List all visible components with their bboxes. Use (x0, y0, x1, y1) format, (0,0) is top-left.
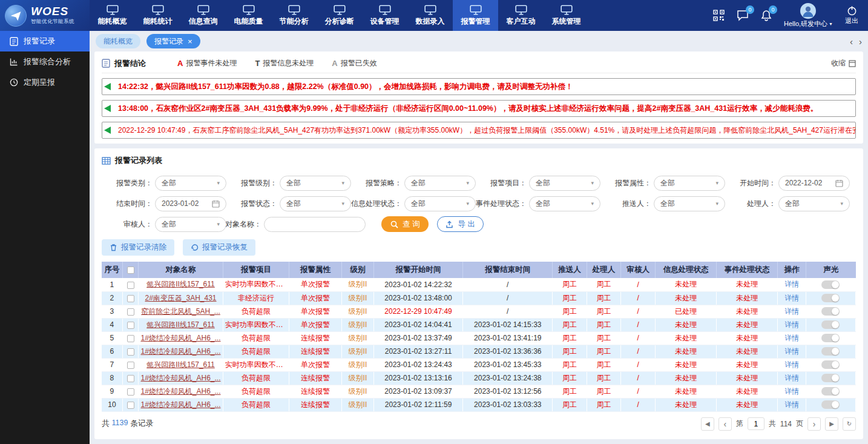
refresh-button[interactable]: ↻ (843, 417, 856, 431)
detail-link[interactable]: 详情 (784, 320, 799, 329)
object-name-input[interactable] (264, 217, 366, 232)
legend-item-0[interactable]: A报警事件未处理 (177, 58, 237, 68)
nav-item-equipment-mgmt[interactable]: 设备管理 (362, 0, 407, 31)
filter-alarm-level-select[interactable]: 全部▾ (280, 176, 351, 191)
sound-light-toggle[interactable] (821, 320, 840, 329)
sidebar-item-alarm-records[interactable]: 报警记录 (0, 31, 90, 51)
filter-pusher-select[interactable]: 全部▾ (654, 196, 725, 211)
detail-link[interactable]: 详情 (784, 334, 799, 342)
logout-button[interactable]: 退出 (845, 5, 858, 25)
filter-alarm-category-select[interactable]: 全部▾ (155, 176, 226, 191)
object-name-link[interactable]: 1#烧结冷却风机_AH6_... (140, 400, 220, 409)
analysis-diagnosis-icon (334, 5, 346, 15)
qr-code-icon[interactable] (713, 10, 725, 21)
detail-link[interactable]: 详情 (784, 280, 799, 288)
nav-item-system-mgmt[interactable]: 系统管理 (544, 0, 589, 31)
object-name-link[interactable]: 1#烧结冷却风机_AH6_... (140, 347, 220, 356)
detail-link[interactable]: 详情 (784, 294, 799, 302)
filter-end-time-date[interactable]: 2023-01-02 (155, 196, 226, 211)
legend-item-2[interactable]: A报警已失效 (332, 58, 376, 68)
nav-item-alarm-mgmt[interactable]: 报警管理 (453, 0, 498, 31)
sound-light-toggle[interactable] (821, 334, 840, 342)
nav-item-energy-stats[interactable]: 能耗统计 (135, 0, 180, 31)
sidebar-item-periodic-report[interactable]: 定期呈报 (0, 72, 90, 93)
collapse-button[interactable]: 收缩 (831, 58, 856, 68)
sidebar-item-alarm-comprehensive-analysis[interactable]: 报警综合分析 (0, 51, 90, 72)
event-state-cell: 未处理 (717, 305, 778, 318)
clear-records-button[interactable]: 报警记录清除 (102, 239, 174, 256)
last-page-button[interactable]: ▶ (825, 417, 838, 431)
detail-link[interactable]: 详情 (784, 374, 799, 382)
filter-start-time-date[interactable]: 2022-12-02 (778, 176, 850, 191)
tab-next-button[interactable]: › (859, 37, 862, 46)
restore-records-button[interactable]: 报警记录恢复 (183, 239, 255, 256)
object-name-link[interactable]: 懿兴回路II线157_611 (146, 360, 215, 369)
row-checkbox[interactable] (127, 322, 134, 329)
page-input[interactable] (748, 417, 764, 430)
nav-item-power-quality[interactable]: 电能质量 (226, 0, 271, 31)
export-button[interactable]: 导 出 (437, 216, 483, 232)
sound-light-toggle[interactable] (821, 400, 840, 409)
detail-link[interactable]: 详情 (784, 347, 799, 356)
table-footer: 共 1139 条记录 ◀ ‹ 第 共 114 页 › ▶ ↻ (102, 417, 856, 431)
object-name-link[interactable]: 1#烧结冷却风机_AH6_... (140, 374, 220, 382)
filter-info-process-state-select[interactable]: 全部▾ (404, 196, 476, 211)
sound-light-cell (806, 398, 855, 411)
sound-light-toggle[interactable] (821, 347, 840, 356)
legend-item-1[interactable]: T报警信息未处理 (255, 58, 314, 68)
row-checkbox[interactable] (127, 282, 134, 289)
sound-light-toggle[interactable] (821, 387, 840, 396)
filter-reviewer-select[interactable]: 全部 ▾ (155, 217, 226, 232)
nav-item-customer-interaction[interactable]: 客户互动 (498, 0, 544, 31)
row-checkbox[interactable] (127, 362, 134, 369)
search-button[interactable]: 查 询 (381, 216, 429, 232)
tab-prev-button[interactable]: ‹ (850, 37, 853, 46)
nav-item-energy-overview[interactable]: 能耗概览 (90, 0, 135, 31)
tab-close-icon[interactable]: × (188, 38, 192, 45)
prev-page-button[interactable]: ‹ (718, 417, 732, 431)
object-name-link[interactable]: 窑前除尘北风机_5AH_... (141, 307, 220, 316)
messages-button[interactable]: 0 (737, 10, 749, 21)
nav-item-data-entry[interactable]: 数据录入 (407, 0, 453, 31)
detail-link[interactable]: 详情 (784, 360, 799, 369)
filter-alarm-attribute: 报警属性：全部▾ (600, 176, 725, 191)
notifications-button[interactable]: 0 (761, 10, 772, 21)
sound-light-toggle[interactable] (821, 307, 840, 316)
filter-alarm-project-select[interactable]: 全部▾ (529, 176, 600, 191)
row-checkbox[interactable] (127, 335, 134, 342)
tab-energy-overview[interactable]: 能耗概览 (96, 34, 140, 48)
object-name-link[interactable]: 1#烧结冷却风机_AH6_... (140, 334, 220, 342)
row-checkbox[interactable] (127, 348, 134, 356)
filter-alarm-attribute-select[interactable]: 全部▾ (654, 176, 725, 191)
filter-event-process-state-select[interactable]: 全部▾ (529, 196, 600, 211)
sound-light-toggle[interactable] (821, 280, 840, 289)
nav-item-energy-saving-analysis[interactable]: 节能分析 (271, 0, 317, 31)
next-page-button[interactable]: › (807, 417, 821, 431)
select-all-checkbox[interactable] (127, 267, 134, 274)
object-name-link[interactable]: 懿兴回路II线157_611 (146, 320, 215, 329)
row-checkbox[interactable] (127, 388, 134, 396)
sound-light-toggle[interactable] (821, 294, 840, 302)
object-name-link[interactable]: 懿兴回路II线157_611 (146, 280, 215, 288)
row-checkbox[interactable] (127, 295, 134, 302)
row-checkbox[interactable] (127, 402, 134, 409)
first-page-button[interactable]: ◀ (701, 417, 714, 431)
object-name-cell: 1#烧结冷却风机_AH6_... (139, 385, 223, 398)
row-checkbox[interactable] (127, 308, 134, 316)
row-checkbox[interactable] (127, 375, 134, 382)
user-menu[interactable]: Hello,研发中心 ▼ (784, 3, 833, 28)
detail-link[interactable]: 详情 (784, 387, 799, 396)
select-all-header (122, 262, 138, 278)
detail-link[interactable]: 详情 (784, 400, 799, 409)
filter-alarm-strategy-select[interactable]: 全部▾ (404, 176, 476, 191)
detail-link[interactable]: 详情 (784, 307, 799, 316)
sound-light-toggle[interactable] (821, 360, 840, 369)
nav-item-analysis-diagnosis[interactable]: 分析诊断 (317, 0, 362, 31)
tab-alarm-records[interactable]: 报警记录× (146, 34, 200, 48)
object-name-link[interactable]: 1#烧结冷却风机_AH6_... (140, 387, 220, 396)
filter-alarm-status-select[interactable]: 全部▾ (280, 196, 351, 211)
object-name-link[interactable]: 2#南变压器_3AH_431 (145, 294, 216, 302)
nav-item-info-query[interactable]: 信息查询 (180, 0, 226, 31)
filter-handler-select[interactable]: 全部▾ (778, 196, 850, 211)
sound-light-toggle[interactable] (821, 374, 840, 382)
